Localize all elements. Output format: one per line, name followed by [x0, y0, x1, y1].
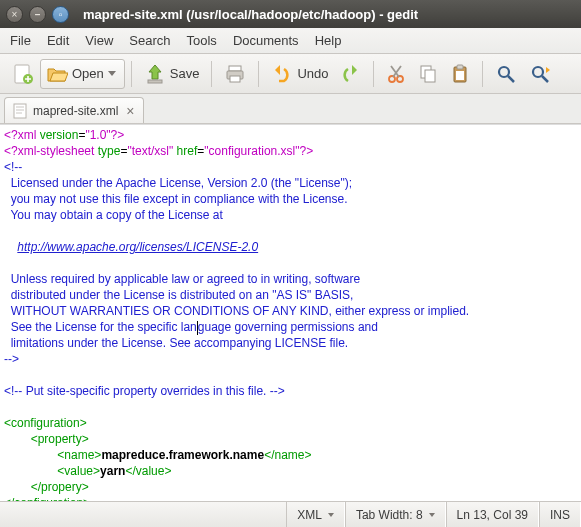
- svg-rect-5: [230, 76, 240, 82]
- menu-view[interactable]: View: [77, 30, 121, 51]
- new-doc-icon: [12, 63, 34, 85]
- new-doc-button[interactable]: [6, 59, 40, 89]
- toolbar-separator: [211, 61, 212, 87]
- undo-icon: [271, 63, 293, 85]
- file-icon: [13, 103, 27, 119]
- window-title: mapred-site.xml (/usr/local/hadoop/etc/h…: [83, 7, 418, 22]
- save-button[interactable]: Save: [138, 59, 206, 89]
- window-close-button[interactable]: ×: [6, 6, 23, 23]
- redo-button[interactable]: [335, 59, 367, 89]
- status-tabwidth[interactable]: Tab Width: 8: [345, 502, 446, 527]
- toolbar-separator: [482, 61, 483, 87]
- cut-button[interactable]: [380, 59, 412, 89]
- svg-rect-3: [229, 66, 241, 71]
- tab-filename: mapred-site.xml: [33, 104, 118, 118]
- text-editor[interactable]: <?xml version="1.0"?> <?xml-stylesheet t…: [0, 124, 581, 501]
- svg-rect-11: [457, 65, 463, 69]
- document-tab-strip: mapred-site.xml ×: [0, 94, 581, 124]
- open-button[interactable]: Open: [40, 59, 125, 89]
- copy-button[interactable]: [412, 59, 444, 89]
- menu-help[interactable]: Help: [307, 30, 350, 51]
- menu-tools[interactable]: Tools: [179, 30, 225, 51]
- chevron-down-icon: [429, 513, 435, 517]
- document-tab[interactable]: mapred-site.xml ×: [4, 97, 144, 123]
- svg-rect-12: [456, 71, 464, 80]
- chevron-down-icon: [328, 513, 334, 517]
- status-language[interactable]: XML: [286, 502, 345, 527]
- save-icon: [144, 63, 166, 85]
- titlebar: × – ▫ mapred-site.xml (/usr/local/hadoop…: [0, 0, 581, 28]
- paste-icon: [450, 63, 470, 85]
- window-minimize-button[interactable]: –: [29, 6, 46, 23]
- menubar: File Edit View Search Tools Documents He…: [0, 28, 581, 54]
- status-insert-mode[interactable]: INS: [539, 502, 581, 527]
- svg-point-14: [533, 67, 543, 77]
- toolbar-separator: [258, 61, 259, 87]
- toolbar-separator: [373, 61, 374, 87]
- menu-search[interactable]: Search: [121, 30, 178, 51]
- svg-point-13: [499, 67, 509, 77]
- find-button[interactable]: [489, 59, 523, 89]
- scissors-icon: [386, 63, 406, 85]
- menu-file[interactable]: File: [2, 30, 39, 51]
- open-dropdown-icon[interactable]: [108, 71, 116, 76]
- window-maximize-button[interactable]: ▫: [52, 6, 69, 23]
- search-icon: [495, 63, 517, 85]
- find-replace-button[interactable]: [523, 59, 559, 89]
- svg-rect-2: [148, 80, 162, 83]
- undo-button[interactable]: Undo: [265, 59, 334, 89]
- menu-edit[interactable]: Edit: [39, 30, 77, 51]
- redo-icon: [341, 63, 361, 85]
- open-label: Open: [72, 66, 104, 81]
- tab-close-icon[interactable]: ×: [126, 103, 134, 119]
- paste-button[interactable]: [444, 59, 476, 89]
- folder-open-icon: [46, 63, 68, 85]
- toolbar: Open Save Undo: [0, 54, 581, 94]
- printer-icon: [224, 63, 246, 85]
- toolbar-separator: [131, 61, 132, 87]
- statusbar: XML Tab Width: 8 Ln 13, Col 39 INS: [0, 501, 581, 527]
- menu-documents[interactable]: Documents: [225, 30, 307, 51]
- svg-rect-15: [14, 104, 26, 118]
- print-button[interactable]: [218, 59, 252, 89]
- undo-label: Undo: [297, 66, 328, 81]
- status-cursor-position: Ln 13, Col 39: [446, 502, 539, 527]
- copy-icon: [418, 63, 438, 85]
- svg-rect-9: [425, 70, 435, 82]
- save-label: Save: [170, 66, 200, 81]
- find-replace-icon: [529, 63, 553, 85]
